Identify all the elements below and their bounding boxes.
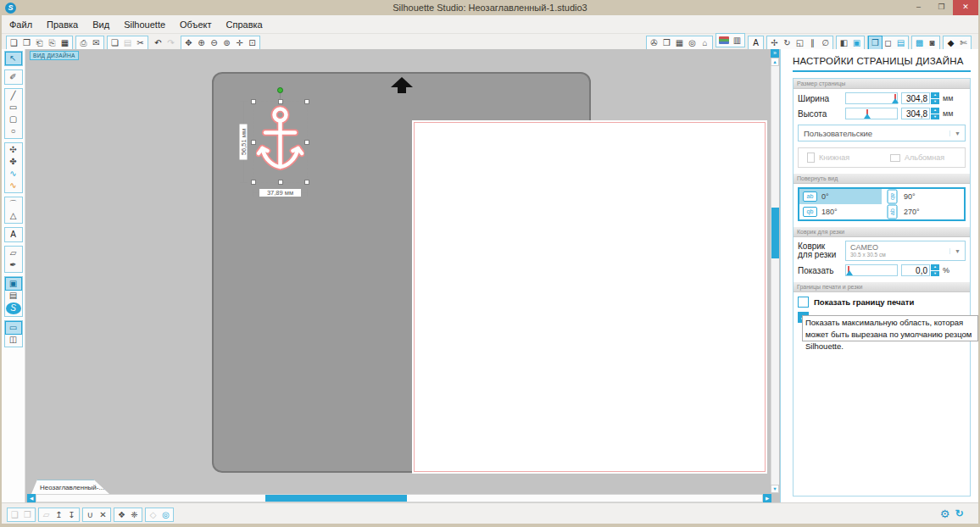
transform-rotate-icon[interactable]: ↻ xyxy=(781,36,793,49)
polygon-draw-tool-icon[interactable]: ✣ xyxy=(6,144,21,156)
spin-down-icon[interactable]: ▼ xyxy=(931,114,939,120)
landscape-option[interactable]: Альбомная xyxy=(882,153,965,162)
minimize-button[interactable]: – xyxy=(907,0,930,15)
page-panel-icon[interactable]: ❒ xyxy=(660,36,673,49)
tab-close-icon[interactable]: x xyxy=(107,484,110,491)
offset-icon[interactable]: ∅ xyxy=(819,36,832,49)
scroll-up-button[interactable]: ▲ xyxy=(771,58,779,66)
vertical-scroll-track[interactable] xyxy=(771,66,779,485)
selection-handle[interactable] xyxy=(304,140,309,145)
smooth-freehand-tool-icon[interactable]: ∿ xyxy=(6,180,21,191)
regular-polygon-tool-icon[interactable]: △ xyxy=(6,210,21,222)
spin-up-icon[interactable]: ▲ xyxy=(931,108,939,114)
spin-down-icon[interactable]: ▼ xyxy=(931,99,939,105)
rotate-180-option[interactable]: qb 180° xyxy=(799,204,882,219)
zoom-out-icon[interactable]: ⊖ xyxy=(208,36,220,49)
chevron-down-icon[interactable]: ▼ xyxy=(949,248,965,254)
redo-icon[interactable]: ↷ xyxy=(164,36,177,49)
pan-hand-icon[interactable]: ✥ xyxy=(182,36,195,49)
selection-handle[interactable] xyxy=(278,99,283,104)
weld-icon[interactable]: ∪ xyxy=(84,508,97,521)
curve-draw-tool-icon[interactable]: ✤ xyxy=(6,156,21,168)
open-document-icon[interactable]: ❐ xyxy=(20,36,33,49)
spin-down-icon[interactable]: ▼ xyxy=(931,271,939,277)
line-tool-icon[interactable]: ╱ xyxy=(6,90,21,102)
zoom-in-icon[interactable]: ⊕ xyxy=(195,36,208,49)
copy-icon[interactable]: ❏ xyxy=(109,36,121,49)
portrait-option[interactable]: Книжная xyxy=(799,153,882,163)
width-slider[interactable] xyxy=(845,92,898,104)
undo-icon[interactable]: ↶ xyxy=(152,36,164,49)
arc-tool-icon[interactable]: ⌒ xyxy=(6,198,21,210)
reveal-slider[interactable] xyxy=(845,264,898,276)
selection-handle[interactable] xyxy=(278,180,283,185)
character-spacing-icon[interactable]: ∥ xyxy=(806,36,819,49)
send-to-cutter-icon[interactable]: ✉ xyxy=(90,36,103,49)
replicate-settings-icon[interactable]: ❈ xyxy=(128,508,141,521)
split-pane-view-icon[interactable]: ◫ xyxy=(6,334,21,346)
design-page-view-icon[interactable]: ▣ xyxy=(6,278,21,290)
transform-move-icon[interactable]: ✢ xyxy=(768,36,781,49)
send-to-back-icon[interactable]: ↧ xyxy=(65,508,78,521)
close-button[interactable]: ✕ xyxy=(953,0,978,15)
design-page[interactable] xyxy=(412,120,767,474)
transform-scale-icon[interactable]: ◱ xyxy=(793,36,806,49)
width-value[interactable]: 304,8 xyxy=(901,92,930,104)
document-tab[interactable]: Неозаглавленный-... x xyxy=(31,480,109,494)
make-compound-path-icon[interactable]: ▱ xyxy=(40,508,53,521)
save-document-icon[interactable]: ⎘ xyxy=(46,36,58,49)
height-value[interactable]: 304,8 xyxy=(901,108,930,119)
fill-settings-icon[interactable]: ◧ xyxy=(838,36,850,49)
selection-handle[interactable] xyxy=(304,180,309,185)
spin-up-icon[interactable]: ▲ xyxy=(931,92,939,98)
rectangle-tool-icon[interactable]: ▭ xyxy=(6,102,21,114)
line-weight-icon[interactable]: ▥ xyxy=(731,34,743,47)
horizontal-scroll-track[interactable] xyxy=(36,494,763,502)
scroll-left-button[interactable]: ◀ xyxy=(27,494,36,502)
fit-to-page-icon[interactable]: ⊡ xyxy=(246,36,259,49)
rotate-0-option[interactable]: ab 0° xyxy=(799,189,882,204)
select-arrow-icon[interactable]: ↖ xyxy=(6,53,21,64)
print-icon[interactable]: ⎙ xyxy=(77,36,90,49)
ellipse-tool-icon[interactable]: ○ xyxy=(6,125,21,137)
zoom-drag-icon[interactable]: ✛ xyxy=(233,36,246,49)
selection-box[interactable] xyxy=(253,101,308,183)
shape-vertex-icon[interactable]: ⌂ xyxy=(699,36,711,49)
library-view-icon[interactable]: ▤ xyxy=(6,290,21,302)
eraser-dark-icon[interactable]: ◆ xyxy=(944,36,957,49)
edit-points-icon[interactable]: ✐ xyxy=(6,71,21,83)
spin-up-icon[interactable]: ▲ xyxy=(931,264,939,270)
save-to-library-icon[interactable]: ▦ xyxy=(58,36,71,49)
pixscan-icon[interactable]: ◙ xyxy=(926,36,938,49)
selection-handle[interactable] xyxy=(251,180,256,185)
send-to-silhouette-icon[interactable]: ✄ xyxy=(957,36,970,49)
maximize-button[interactable]: ❐ xyxy=(930,0,953,15)
modify-icon[interactable]: ◇ xyxy=(147,508,159,521)
cutting-mat-dropdown[interactable]: CAMEO 30.5 x 30.5 см ▼ xyxy=(845,241,966,261)
trace-icon[interactable]: ◻ xyxy=(882,36,894,49)
ungroup-objects-icon[interactable]: ❒ xyxy=(21,508,34,521)
open-library-icon[interactable]: ⎗ xyxy=(33,36,46,49)
bring-to-front-icon[interactable]: ↥ xyxy=(53,508,65,521)
menu-file[interactable]: Файл xyxy=(9,19,32,30)
registration-marks-icon[interactable]: ◎ xyxy=(686,36,699,49)
paste-icon[interactable]: ▤ xyxy=(121,36,134,49)
selection-handle[interactable] xyxy=(304,99,309,104)
pin-tool-icon[interactable]: ✇ xyxy=(648,36,660,49)
single-pane-view-icon[interactable]: ▭ xyxy=(6,322,21,334)
design-canvas[interactable]: ВИД ДИЗАЙНА xyxy=(25,49,780,502)
horizontal-scroll-thumb[interactable] xyxy=(265,495,407,502)
cut-scissors-icon[interactable]: ✂ xyxy=(134,36,147,49)
vertical-scroll-thumb[interactable] xyxy=(771,208,779,258)
rotate-270-option[interactable]: ab 270° xyxy=(882,204,964,219)
text-style-icon[interactable]: A xyxy=(749,36,762,49)
layers-list-icon[interactable]: ▤ xyxy=(894,36,907,49)
menu-view[interactable]: Вид xyxy=(92,19,109,30)
knife-tool-icon[interactable]: ✒ xyxy=(6,259,21,271)
rotate-90-option[interactable]: ab 90° xyxy=(882,189,964,204)
group-objects-icon[interactable]: ❑ xyxy=(8,508,21,521)
height-slider[interactable] xyxy=(845,108,898,119)
page-settings-icon[interactable]: ❒ xyxy=(869,36,882,49)
menu-help[interactable]: Справка xyxy=(226,19,263,30)
menu-silhouette[interactable]: Silhouette xyxy=(124,19,165,30)
